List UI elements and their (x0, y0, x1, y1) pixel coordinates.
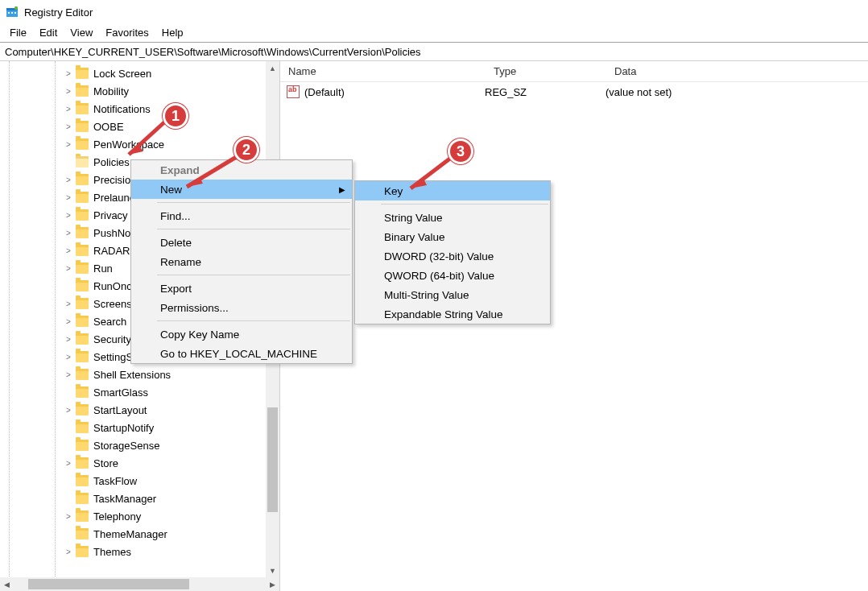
window-title: Registry Editor (24, 6, 93, 19)
tree-item-label: Shell Extensions (93, 369, 171, 381)
scroll-right-arrow[interactable]: ▶ (266, 577, 279, 591)
tree-item-label: ThemeManager (93, 528, 167, 540)
folder-icon (76, 333, 89, 345)
tree-item[interactable]: >Store (0, 454, 279, 472)
chevron-right-icon[interactable]: > (63, 459, 74, 468)
tree-item-label: Store (93, 457, 118, 469)
tree-item[interactable]: >Themes (0, 543, 279, 560)
svg-line-10 (411, 158, 451, 188)
folder-icon (76, 493, 89, 504)
tree-item-label: TaskFlow (93, 475, 137, 487)
tree-item-label: Search (93, 316, 126, 328)
annotation-badge-3: 3 (448, 138, 473, 164)
main-split: >Lock Screen>Mobility>Notifications>OOBE… (0, 61, 868, 591)
address-path: Computer\HKEY_CURRENT_USER\Software\Micr… (5, 46, 421, 58)
tree-item[interactable]: SmartGlass (0, 383, 279, 401)
tree-item[interactable]: StartupNotify (0, 419, 279, 436)
context-menu-item[interactable]: Copy Key Name (131, 324, 352, 344)
tree-item[interactable]: TaskManager (0, 490, 279, 507)
menu-edit[interactable]: Edit (33, 25, 64, 40)
col-data[interactable]: Data (606, 62, 868, 81)
address-bar[interactable]: Computer\HKEY_CURRENT_USER\Software\Micr… (0, 42, 868, 61)
menu-help[interactable]: Help (155, 25, 190, 40)
chevron-right-icon[interactable]: > (63, 370, 74, 379)
chevron-right-icon[interactable]: > (63, 512, 74, 521)
chevron-right-icon[interactable]: > (63, 353, 74, 362)
value-data: (value not set) (606, 86, 868, 98)
tree-item-label: TaskManager (93, 493, 156, 505)
registry-editor-window: Registry Editor File Edit View Favorites… (0, 0, 868, 591)
folder-icon (76, 475, 89, 486)
folder-icon (76, 457, 89, 469)
tree-item-label: Themes (93, 546, 131, 558)
folder-icon (76, 422, 89, 433)
chevron-right-icon[interactable]: > (63, 406, 74, 415)
folder-icon (76, 369, 89, 380)
svg-rect-4 (14, 12, 16, 14)
tree-item[interactable]: >Telephony (0, 507, 279, 525)
tree-item[interactable]: TaskFlow (0, 472, 279, 490)
titlebar: Registry Editor (0, 0, 868, 24)
folder-icon (76, 404, 89, 415)
menu-view[interactable]: View (64, 25, 99, 40)
tree-item[interactable]: StorageSense (0, 436, 279, 454)
menu-file[interactable]: File (3, 25, 33, 40)
menu-favorites[interactable]: Favorites (99, 25, 155, 40)
annotation-arrow (0, 61, 564, 303)
tree-item-label: StorageSense (93, 440, 159, 452)
folder-icon (76, 546, 89, 557)
folder-icon (76, 386, 89, 398)
chevron-right-icon[interactable]: > (63, 335, 74, 344)
tree-item-label: SmartGlass (93, 386, 148, 399)
tree-item-label: StartupNotify (93, 422, 154, 434)
menubar: File Edit View Favorites Help (0, 24, 868, 42)
context-menu-item[interactable]: Expandable String Value (355, 304, 550, 324)
folder-icon (76, 440, 89, 451)
horizontal-scrollbar[interactable]: ◀ ▶ (0, 577, 279, 591)
tree-item[interactable]: ThemeManager (0, 525, 279, 543)
svg-point-5 (14, 6, 18, 10)
annotation-badge-1: 1 (163, 103, 188, 129)
chevron-right-icon[interactable]: > (63, 317, 74, 326)
svg-rect-2 (8, 12, 10, 14)
tree-item[interactable]: >StartLayout (0, 401, 279, 419)
folder-icon (76, 351, 89, 362)
context-menu-item[interactable]: Go to HKEY_LOCAL_MACHINE (131, 344, 352, 363)
svg-rect-3 (11, 12, 13, 14)
folder-icon (76, 528, 89, 539)
scroll-thumb-vertical[interactable] (267, 407, 278, 512)
folder-icon (76, 316, 89, 327)
annotation-badge-2: 2 (234, 137, 259, 163)
tree-item[interactable]: >Shell Extensions (0, 366, 279, 383)
tree-item-label: Telephony (93, 510, 141, 523)
scroll-thumb-horizontal[interactable] (28, 579, 189, 589)
menu-separator (157, 320, 350, 321)
regedit-icon (5, 5, 19, 19)
tree-item-label: StartLayout (93, 404, 147, 416)
scroll-left-arrow[interactable]: ◀ (0, 577, 14, 591)
folder-icon (76, 510, 89, 522)
chevron-right-icon[interactable]: > (63, 548, 74, 556)
scroll-down-arrow[interactable]: ▼ (266, 564, 279, 577)
